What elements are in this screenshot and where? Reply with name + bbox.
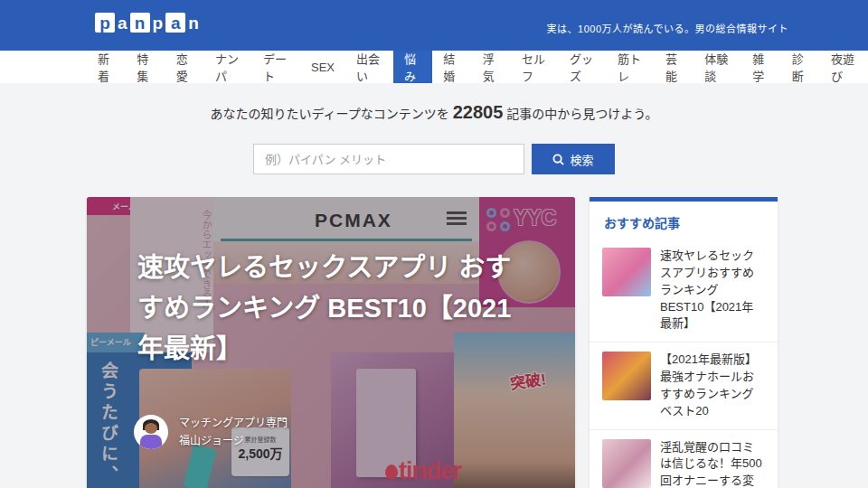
site-tagline: 実は、1000万人が読んでいる。男の総合情報サイト <box>547 21 788 35</box>
sidebar-article-thumbnail <box>602 248 651 296</box>
page: panpan 実は、1000万人が読んでいる。男の総合情報サイト 新着特集恋愛ナ… <box>0 0 868 488</box>
nav-item-セルフ[interactable]: セルフ <box>511 51 559 83</box>
logo-letter: a <box>165 13 185 33</box>
author-avatar <box>134 415 168 449</box>
nav-item-新着[interactable]: 新着 <box>87 51 126 83</box>
author-block: マッチングアプリ専門 福山ジョージ <box>134 414 288 451</box>
lead-after: 記事の中から見つけよう。 <box>506 107 657 121</box>
nav-item-グッズ[interactable]: グッズ <box>559 51 607 83</box>
nav-item-結婚[interactable]: 結婚 <box>432 51 471 83</box>
author-text: マッチングアプリ専門 福山ジョージ <box>179 414 288 451</box>
nav-item-夜遊び[interactable]: 夜遊び <box>820 51 868 83</box>
sidebar-article-item[interactable]: 淫乱覚醒の口コミは信じるな！年500回オナニーする変態ライターがガチレビュー <box>590 429 778 488</box>
nav-item-浮気[interactable]: 浮気 <box>472 51 511 83</box>
nav-item-ナンパ[interactable]: ナンパ <box>204 51 252 83</box>
sidebar-item-list: 速攻ヤレるセックスアプリおすすめランキング BEST10【2021年最新】【20… <box>590 239 778 488</box>
search-lead: あなたの知りたいディープなコンテンツを22805記事の中から見つけよう。 <box>0 102 868 123</box>
logo-letter: n <box>188 14 199 32</box>
sidebar-article-item[interactable]: 【2021年最新版】最強オナホールおすすめランキングベスト20 <box>590 342 778 428</box>
author-name: 福山ジョージ <box>179 432 288 450</box>
nav-item-筋トレ[interactable]: 筋トレ <box>607 51 655 83</box>
nav-item-芸能[interactable]: 芸能 <box>655 51 693 83</box>
search-button-label: 検索 <box>570 151 593 168</box>
logo-letter: n <box>130 13 150 33</box>
featured-article-card[interactable]: メール 今からエッチできる人 PCMAX YYC ピーメール 会うたびに、 累計… <box>87 197 575 488</box>
nav-item-悩み[interactable]: 悩み <box>393 51 432 83</box>
main-nav: 新着特集恋愛ナンパデートSEX出会い悩み結婚浮気セルフグッズ筋トレ芸能体験談雑学… <box>0 51 868 83</box>
sidebar-article-thumbnail <box>602 352 651 400</box>
sidebar-article-title: 淫乱覚醒の口コミは信じるな！年500回オナニーする変態ライターがガチレビュー <box>660 439 765 488</box>
article-title: 速攻ヤレるセックスアプリ おすすめランキング BEST10【2021年最新】 <box>137 248 532 370</box>
nav-item-SEX[interactable]: SEX <box>300 51 345 83</box>
logo-letter: p <box>95 13 115 33</box>
nav-item-デート[interactable]: デート <box>252 51 300 83</box>
site-header: panpan 実は、1000万人が読んでいる。男の総合情報サイト <box>0 0 868 51</box>
search-button[interactable]: 検索 <box>532 144 615 174</box>
lead-before: あなたの知りたいディープなコンテンツを <box>211 107 449 121</box>
logo-letter: a <box>118 14 127 32</box>
nav-item-出会い[interactable]: 出会い <box>345 51 393 83</box>
author-role: マッチングアプリ専門 <box>179 414 288 432</box>
nav-item-恋愛[interactable]: 恋愛 <box>165 51 204 83</box>
sidebar-title: おすすめ記事 <box>590 202 778 239</box>
nav-item-雑学[interactable]: 雑学 <box>741 51 780 83</box>
sidebar-article-title: 速攻ヤレるセックスアプリおすすめランキング BEST10【2021年最新】 <box>660 248 765 333</box>
sidebar-article-item[interactable]: 速攻ヤレるセックスアプリおすすめランキング BEST10【2021年最新】 <box>590 239 778 342</box>
logo-letter: p <box>153 14 164 32</box>
nav-item-特集[interactable]: 特集 <box>126 51 165 83</box>
search-bar: 検索 <box>253 144 615 174</box>
sidebar-article-thumbnail <box>602 439 651 488</box>
search-input[interactable] <box>253 144 524 174</box>
article-count: 22805 <box>453 102 504 122</box>
nav-item-体験談[interactable]: 体験談 <box>693 51 741 83</box>
sidebar-article-title: 【2021年最新版】最強オナホールおすすめランキングベスト20 <box>660 352 765 419</box>
search-icon <box>552 154 564 165</box>
nav-item-診断[interactable]: 診断 <box>781 51 820 83</box>
site-logo[interactable]: panpan <box>94 13 201 33</box>
recommended-sidebar: おすすめ記事 速攻ヤレるセックスアプリおすすめランキング BEST10【2021… <box>590 197 778 488</box>
